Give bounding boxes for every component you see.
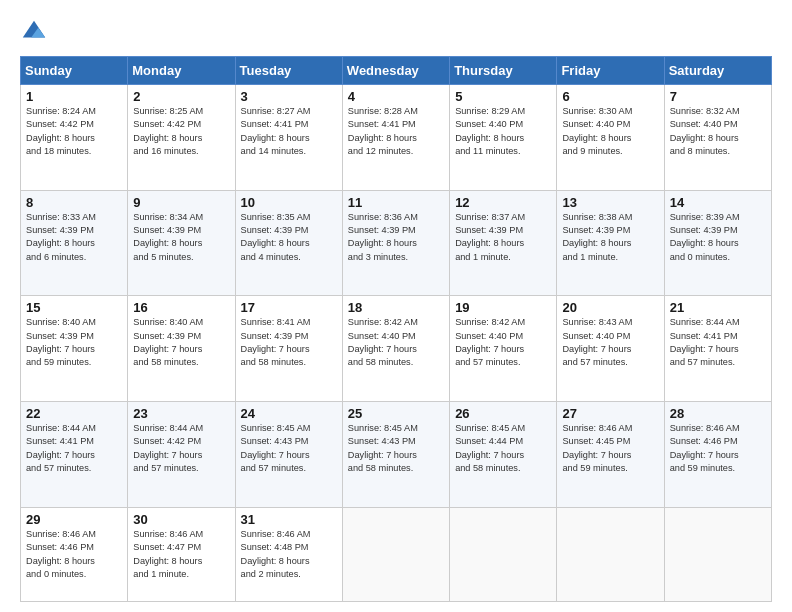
day-number: 22 xyxy=(26,406,122,421)
day-number: 31 xyxy=(241,512,337,527)
calendar-cell: 16Sunrise: 8:40 AM Sunset: 4:39 PM Dayli… xyxy=(128,296,235,402)
calendar-cell: 27Sunrise: 8:46 AM Sunset: 4:45 PM Dayli… xyxy=(557,402,664,508)
day-info: Sunrise: 8:30 AM Sunset: 4:40 PM Dayligh… xyxy=(562,105,658,158)
day-info: Sunrise: 8:44 AM Sunset: 4:42 PM Dayligh… xyxy=(133,422,229,475)
calendar-cell: 8Sunrise: 8:33 AM Sunset: 4:39 PM Daylig… xyxy=(21,190,128,296)
day-info: Sunrise: 8:44 AM Sunset: 4:41 PM Dayligh… xyxy=(26,422,122,475)
calendar-cell xyxy=(342,507,449,601)
weekday-header: Tuesday xyxy=(235,57,342,85)
weekday-header: Monday xyxy=(128,57,235,85)
calendar-cell xyxy=(664,507,771,601)
day-number: 15 xyxy=(26,300,122,315)
day-number: 21 xyxy=(670,300,766,315)
calendar-cell: 20Sunrise: 8:43 AM Sunset: 4:40 PM Dayli… xyxy=(557,296,664,402)
weekday-header: Sunday xyxy=(21,57,128,85)
calendar-cell: 26Sunrise: 8:45 AM Sunset: 4:44 PM Dayli… xyxy=(450,402,557,508)
day-number: 5 xyxy=(455,89,551,104)
calendar-cell: 19Sunrise: 8:42 AM Sunset: 4:40 PM Dayli… xyxy=(450,296,557,402)
day-info: Sunrise: 8:45 AM Sunset: 4:43 PM Dayligh… xyxy=(348,422,444,475)
day-number: 3 xyxy=(241,89,337,104)
calendar-week-row: 15Sunrise: 8:40 AM Sunset: 4:39 PM Dayli… xyxy=(21,296,772,402)
day-number: 18 xyxy=(348,300,444,315)
day-number: 7 xyxy=(670,89,766,104)
day-info: Sunrise: 8:35 AM Sunset: 4:39 PM Dayligh… xyxy=(241,211,337,264)
calendar-week-row: 8Sunrise: 8:33 AM Sunset: 4:39 PM Daylig… xyxy=(21,190,772,296)
day-number: 1 xyxy=(26,89,122,104)
weekday-header: Wednesday xyxy=(342,57,449,85)
calendar-cell: 12Sunrise: 8:37 AM Sunset: 4:39 PM Dayli… xyxy=(450,190,557,296)
day-info: Sunrise: 8:33 AM Sunset: 4:39 PM Dayligh… xyxy=(26,211,122,264)
day-number: 12 xyxy=(455,195,551,210)
day-info: Sunrise: 8:40 AM Sunset: 4:39 PM Dayligh… xyxy=(26,316,122,369)
calendar-cell: 23Sunrise: 8:44 AM Sunset: 4:42 PM Dayli… xyxy=(128,402,235,508)
calendar-table: SundayMondayTuesdayWednesdayThursdayFrid… xyxy=(20,56,772,602)
calendar-cell: 29Sunrise: 8:46 AM Sunset: 4:46 PM Dayli… xyxy=(21,507,128,601)
day-number: 24 xyxy=(241,406,337,421)
weekday-header: Thursday xyxy=(450,57,557,85)
day-info: Sunrise: 8:42 AM Sunset: 4:40 PM Dayligh… xyxy=(455,316,551,369)
calendar-cell: 9Sunrise: 8:34 AM Sunset: 4:39 PM Daylig… xyxy=(128,190,235,296)
day-number: 14 xyxy=(670,195,766,210)
calendar-header-row: SundayMondayTuesdayWednesdayThursdayFrid… xyxy=(21,57,772,85)
day-number: 30 xyxy=(133,512,229,527)
day-number: 10 xyxy=(241,195,337,210)
calendar-cell: 28Sunrise: 8:46 AM Sunset: 4:46 PM Dayli… xyxy=(664,402,771,508)
day-info: Sunrise: 8:32 AM Sunset: 4:40 PM Dayligh… xyxy=(670,105,766,158)
day-info: Sunrise: 8:46 AM Sunset: 4:48 PM Dayligh… xyxy=(241,528,337,581)
page: SundayMondayTuesdayWednesdayThursdayFrid… xyxy=(0,0,792,612)
logo xyxy=(20,18,52,46)
day-number: 13 xyxy=(562,195,658,210)
day-number: 29 xyxy=(26,512,122,527)
weekday-header: Friday xyxy=(557,57,664,85)
calendar-cell: 15Sunrise: 8:40 AM Sunset: 4:39 PM Dayli… xyxy=(21,296,128,402)
day-number: 27 xyxy=(562,406,658,421)
calendar-week-row: 22Sunrise: 8:44 AM Sunset: 4:41 PM Dayli… xyxy=(21,402,772,508)
day-info: Sunrise: 8:40 AM Sunset: 4:39 PM Dayligh… xyxy=(133,316,229,369)
day-info: Sunrise: 8:41 AM Sunset: 4:39 PM Dayligh… xyxy=(241,316,337,369)
calendar-cell xyxy=(450,507,557,601)
calendar-cell: 7Sunrise: 8:32 AM Sunset: 4:40 PM Daylig… xyxy=(664,85,771,191)
calendar-cell: 31Sunrise: 8:46 AM Sunset: 4:48 PM Dayli… xyxy=(235,507,342,601)
day-number: 6 xyxy=(562,89,658,104)
calendar-cell: 25Sunrise: 8:45 AM Sunset: 4:43 PM Dayli… xyxy=(342,402,449,508)
calendar-cell: 21Sunrise: 8:44 AM Sunset: 4:41 PM Dayli… xyxy=(664,296,771,402)
day-number: 17 xyxy=(241,300,337,315)
day-info: Sunrise: 8:46 AM Sunset: 4:46 PM Dayligh… xyxy=(26,528,122,581)
calendar-cell: 14Sunrise: 8:39 AM Sunset: 4:39 PM Dayli… xyxy=(664,190,771,296)
calendar-cell: 3Sunrise: 8:27 AM Sunset: 4:41 PM Daylig… xyxy=(235,85,342,191)
day-number: 20 xyxy=(562,300,658,315)
day-number: 9 xyxy=(133,195,229,210)
header xyxy=(20,18,772,46)
logo-icon xyxy=(20,18,48,46)
calendar-week-row: 1Sunrise: 8:24 AM Sunset: 4:42 PM Daylig… xyxy=(21,85,772,191)
day-info: Sunrise: 8:43 AM Sunset: 4:40 PM Dayligh… xyxy=(562,316,658,369)
day-info: Sunrise: 8:46 AM Sunset: 4:46 PM Dayligh… xyxy=(670,422,766,475)
calendar-cell xyxy=(557,507,664,601)
calendar-cell: 22Sunrise: 8:44 AM Sunset: 4:41 PM Dayli… xyxy=(21,402,128,508)
calendar-cell: 17Sunrise: 8:41 AM Sunset: 4:39 PM Dayli… xyxy=(235,296,342,402)
calendar-cell: 18Sunrise: 8:42 AM Sunset: 4:40 PM Dayli… xyxy=(342,296,449,402)
day-info: Sunrise: 8:29 AM Sunset: 4:40 PM Dayligh… xyxy=(455,105,551,158)
calendar-cell: 13Sunrise: 8:38 AM Sunset: 4:39 PM Dayli… xyxy=(557,190,664,296)
calendar-cell: 1Sunrise: 8:24 AM Sunset: 4:42 PM Daylig… xyxy=(21,85,128,191)
day-info: Sunrise: 8:46 AM Sunset: 4:47 PM Dayligh… xyxy=(133,528,229,581)
day-number: 8 xyxy=(26,195,122,210)
day-info: Sunrise: 8:37 AM Sunset: 4:39 PM Dayligh… xyxy=(455,211,551,264)
calendar-week-row: 29Sunrise: 8:46 AM Sunset: 4:46 PM Dayli… xyxy=(21,507,772,601)
day-number: 23 xyxy=(133,406,229,421)
day-info: Sunrise: 8:36 AM Sunset: 4:39 PM Dayligh… xyxy=(348,211,444,264)
day-info: Sunrise: 8:45 AM Sunset: 4:44 PM Dayligh… xyxy=(455,422,551,475)
day-info: Sunrise: 8:27 AM Sunset: 4:41 PM Dayligh… xyxy=(241,105,337,158)
day-info: Sunrise: 8:38 AM Sunset: 4:39 PM Dayligh… xyxy=(562,211,658,264)
day-info: Sunrise: 8:42 AM Sunset: 4:40 PM Dayligh… xyxy=(348,316,444,369)
day-number: 19 xyxy=(455,300,551,315)
day-number: 11 xyxy=(348,195,444,210)
day-info: Sunrise: 8:46 AM Sunset: 4:45 PM Dayligh… xyxy=(562,422,658,475)
day-info: Sunrise: 8:44 AM Sunset: 4:41 PM Dayligh… xyxy=(670,316,766,369)
day-number: 25 xyxy=(348,406,444,421)
calendar-cell: 10Sunrise: 8:35 AM Sunset: 4:39 PM Dayli… xyxy=(235,190,342,296)
day-info: Sunrise: 8:34 AM Sunset: 4:39 PM Dayligh… xyxy=(133,211,229,264)
day-number: 28 xyxy=(670,406,766,421)
day-info: Sunrise: 8:24 AM Sunset: 4:42 PM Dayligh… xyxy=(26,105,122,158)
calendar-cell: 24Sunrise: 8:45 AM Sunset: 4:43 PM Dayli… xyxy=(235,402,342,508)
